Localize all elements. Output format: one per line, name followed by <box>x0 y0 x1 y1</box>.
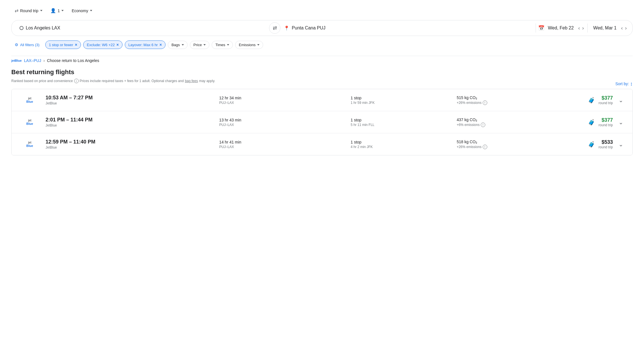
filter-emissions-chevron-icon <box>257 44 259 46</box>
flight-3-emissions-info-icon[interactable]: i <box>483 145 487 149</box>
all-filters-button[interactable]: ⚙ All filters (3) <box>11 41 43 49</box>
flight-3-duration: 14 hr 41 min <box>219 140 346 144</box>
filter-chip-layover[interactable]: Layover: Max 6 hr × <box>125 40 166 49</box>
class-button[interactable]: Economy <box>68 6 95 15</box>
search-bar: ⇄ 📍 📅 Wed, Feb 22 ‹ › Wed, Mar 1 ‹ › <box>11 20 633 36</box>
filter-times-chevron-icon <box>227 44 229 46</box>
flight-2-airline-name: JetBlue <box>46 123 215 127</box>
passengers-button[interactable]: 👤 1 <box>47 6 67 16</box>
flight-card-3[interactable]: jet Blue 12:59 PM – 11:40 PM JetBlue 14 … <box>12 133 632 155</box>
filter-stops-label: 1 stop or fewer <box>49 43 73 47</box>
flight-3-emissions: 518 kg CO₂ <box>457 140 583 144</box>
filters-bar: ⚙ All filters (3) 1 stop or fewer × Excl… <box>11 40 633 49</box>
flight-2-airline-blue: Blue <box>26 122 33 125</box>
flight-2-time: 2:01 PM – 11:44 PM <box>46 117 215 123</box>
flight-2-emissions: 437 kg CO₂ <box>457 117 583 122</box>
calendar-icon: 📅 <box>538 25 544 31</box>
breadcrumb: jetBlue LAX–PUJ › Choose return to Los A… <box>11 56 633 63</box>
flight-2-price-label: round trip <box>598 123 613 127</box>
flight-3-stop-detail: 4 hr 2 min JFK <box>351 145 452 149</box>
class-chevron-icon <box>90 10 92 11</box>
origin-input[interactable] <box>26 25 266 31</box>
filter-chip-stops[interactable]: 1 stop or fewer × <box>45 40 81 49</box>
filter-times-label: Times <box>215 43 225 47</box>
date-divider <box>587 23 588 33</box>
flight-1-airline-small: jet <box>28 97 31 100</box>
destination-field[interactable]: 📍 <box>280 25 533 31</box>
flight-3-luggage-icon: 🧳 <box>588 141 595 148</box>
ranked-text: Ranked based on price and convenience <box>11 79 73 83</box>
filter-times-button[interactable]: Times <box>212 41 233 49</box>
breadcrumb-route-link[interactable]: LAX–PUJ <box>24 58 41 63</box>
filter-exclude-remove-icon[interactable]: × <box>116 42 119 47</box>
flight-2-emissions-info-icon[interactable]: i <box>481 123 485 127</box>
flight-3-airline-blue: Blue <box>26 144 33 147</box>
flight-3-airline-name: JetBlue <box>46 145 215 149</box>
return-date-prev-button[interactable]: ‹ <box>620 24 624 32</box>
flight-3-stops: 1 stop <box>351 140 452 144</box>
flight-1-stops-col: 1 stop 1 hr 59 min JFK <box>346 96 452 105</box>
passengers-chevron-icon <box>61 10 64 11</box>
flight-1-duration: 12 hr 34 min <box>219 96 346 100</box>
depart-date-prev-button[interactable]: ‹ <box>577 24 581 32</box>
flight-1-airline-blue: Blue <box>26 100 33 103</box>
flight-3-stops-col: 1 stop 4 hr 2 min JFK <box>346 140 452 149</box>
flight-1-expand-button[interactable]: ⌄ <box>616 96 626 105</box>
return-date-next-button[interactable]: › <box>624 24 628 32</box>
filter-chip-exclude[interactable]: Exclude: W6 +22 × <box>83 40 123 49</box>
return-date-field[interactable]: Wed, Mar 1 <box>590 25 620 31</box>
breadcrumb-separator: › <box>43 58 45 63</box>
flight-1-emissions-col: 515 kg CO₂ +26% emissions i <box>452 95 583 105</box>
round-trip-button[interactable]: ⇄ Round trip <box>11 6 46 16</box>
breadcrumb-airline-label: jetBlue <box>11 59 22 62</box>
flight-card-1[interactable]: jet Blue 10:53 AM – 7:27 PM JetBlue 12 h… <box>12 89 632 111</box>
origin-circle-icon <box>20 26 23 30</box>
filter-emissions-button[interactable]: Emissions <box>235 41 263 49</box>
flight-1-price-label: round trip <box>598 101 613 105</box>
sort-by-button[interactable]: Sort by: ↕ <box>615 81 633 87</box>
destination-input[interactable] <box>292 25 530 31</box>
filter-emissions-label: Emissions <box>239 43 256 47</box>
flight-2-price-info: $377 round trip <box>598 117 613 127</box>
results-header-row: Best returning flights <box>11 68 633 78</box>
flight-1-time-col: 10:53 AM – 7:27 PM JetBlue <box>41 95 215 105</box>
flight-1-emissions-info-icon[interactable]: i <box>483 100 487 105</box>
depart-date-field[interactable]: Wed, Feb 22 <box>544 25 577 31</box>
all-filters-label: All filters (3) <box>20 43 40 47</box>
person-icon: 👤 <box>50 8 56 13</box>
flight-card-2[interactable]: jet Blue 2:01 PM – 11:44 PM JetBlue 13 h… <box>12 111 632 133</box>
filter-price-button[interactable]: Price <box>190 41 210 49</box>
filter-layover-remove-icon[interactable]: × <box>160 42 162 47</box>
flight-2-price: $377 <box>598 117 613 123</box>
flight-3-expand-button[interactable]: ⌄ <box>616 140 626 149</box>
filter-price-chevron-icon <box>203 44 206 46</box>
bag-fees-link[interactable]: bag fees <box>185 79 198 83</box>
flight-2-emissions-detail: +6% emissions i <box>457 123 583 127</box>
depart-date-next-button[interactable]: › <box>581 24 585 32</box>
filter-bags-chevron-icon <box>182 44 184 46</box>
flight-2-airline-small: jet <box>28 119 31 122</box>
filter-exclude-label: Exclude: W6 +22 <box>87 43 115 47</box>
flight-1-price-col: 🧳 $377 round trip ⌄ <box>583 95 626 105</box>
flight-2-duration-col: 13 hr 43 min PUJ–LAX <box>215 118 346 127</box>
flight-2-expand-button[interactable]: ⌄ <box>616 118 626 127</box>
swap-button[interactable]: ⇄ <box>269 22 280 34</box>
filter-sliders-icon: ⚙ <box>15 42 18 47</box>
results-title-group: Best returning flights <box>11 68 74 78</box>
filter-layover-label: Layover: Max 6 hr <box>128 43 158 47</box>
flight-2-time-col: 2:01 PM – 11:44 PM JetBlue <box>41 117 215 127</box>
flight-1-duration-col: 12 hr 34 min PUJ–LAX <box>215 96 346 105</box>
filter-bags-button[interactable]: Bags <box>168 41 188 49</box>
return-date-label: Wed, Mar 1 <box>593 25 617 31</box>
flight-3-time: 12:59 PM – 11:40 PM <box>46 139 215 145</box>
flight-3-price-info: $533 round trip <box>598 139 613 149</box>
flight-3-emissions-col: 518 kg CO₂ +26% emissions i <box>452 140 583 149</box>
depart-date-label: Wed, Feb 22 <box>548 25 574 31</box>
flight-3-airline-small: jet <box>28 141 31 144</box>
flight-1-stop-detail: 1 hr 59 min JFK <box>351 101 452 105</box>
origin-field[interactable] <box>16 25 269 31</box>
subtitle-row: Ranked based on price and convenience i … <box>11 79 633 89</box>
filter-stops-remove-icon[interactable]: × <box>75 42 77 47</box>
flight-1-airline-name: JetBlue <box>46 101 215 105</box>
ranked-info-icon[interactable]: i <box>74 79 79 83</box>
